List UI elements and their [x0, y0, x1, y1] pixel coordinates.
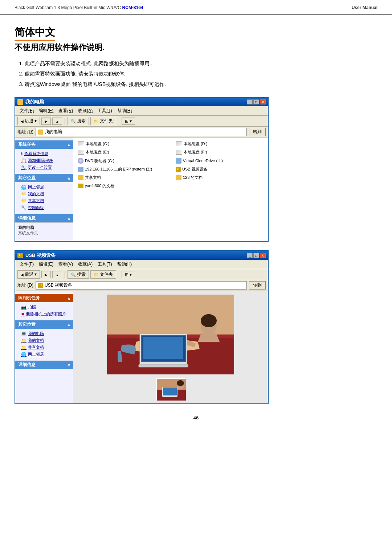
virtual-drive-icon — [176, 158, 181, 164]
toolbar-sep-1 — [65, 118, 65, 124]
back-button-2[interactable]: 后退 ▾ — [17, 270, 40, 279]
detail-info-title-2[interactable]: 详细信息 — [15, 361, 73, 369]
view-button-2[interactable]: ▾ — [122, 271, 135, 278]
menu-view-2[interactable]: 查看(V) — [56, 260, 75, 268]
network-icon-1: 🌐 — [21, 185, 26, 190]
maximize-button-2[interactable]: □ — [253, 253, 259, 258]
menu-favorites-2[interactable]: 收藏(A) — [76, 260, 95, 268]
svg-rect-9 — [143, 337, 183, 359]
menubar-1: 文件(F) 编辑(E) 查看(V) 收藏(A) 工具(T) 帮助(H) — [15, 106, 268, 116]
close-button-1[interactable]: × — [260, 99, 266, 104]
drive-e[interactable]: 本地磁盘 (E:) — [76, 149, 167, 156]
sidebar-shared-docs-2[interactable]: 📁 共享文档 — [15, 344, 73, 351]
yanfa300-docs[interactable]: yanfa300 的文档 — [76, 182, 167, 189]
up-button-1[interactable] — [52, 118, 62, 125]
system-tasks-chevron — [68, 142, 70, 147]
sidebar-2: 照相机任务 📷 拍照 ✖ 删除相机上的所有照片 其它位置 💻 — [15, 291, 73, 403]
sidebar-take-photo[interactable]: 📷 拍照 — [15, 304, 73, 311]
system-tasks-title[interactable]: 系统任务 — [15, 140, 73, 149]
maximize-button-1[interactable]: □ — [253, 99, 259, 104]
menu-help-1[interactable]: 帮助(H) — [115, 107, 134, 115]
drive-z[interactable]: 192.168.11.166 上的 ERP system (Z:) — [76, 166, 167, 173]
shared-docs[interactable]: 共享文档 — [76, 174, 167, 181]
drive-h[interactable]: Virtual CloneDrive (H:) — [174, 157, 265, 164]
back-arrow-icon — [21, 119, 24, 124]
search-button-2[interactable]: 搜索 — [68, 270, 89, 279]
menu-tools-2[interactable]: 工具(T) — [95, 260, 114, 268]
menu-help-2[interactable]: 帮助(H) — [115, 260, 134, 268]
minimize-button-1[interactable]: _ — [247, 99, 253, 104]
address-box-1[interactable]: 我的电脑 — [36, 128, 247, 136]
folder-icon-1 — [94, 119, 99, 124]
other-places-title[interactable]: 其它位置 — [15, 174, 73, 182]
sidebar-my-documents[interactable]: 📁 我的文档 — [15, 190, 73, 197]
toolbar-sep-2 — [119, 118, 119, 124]
sidebar-my-docs-2[interactable]: 📁 我的文档 — [15, 337, 73, 344]
drive-d[interactable]: 本地磁盘 (D:) — [174, 140, 265, 147]
network-drive-icon — [78, 167, 83, 172]
folders-button-1[interactable]: 文件夹 — [90, 117, 116, 125]
sidebar-network-2[interactable]: 🌐 网上邻居 — [15, 351, 73, 358]
address-box-2[interactable]: U USB 视频设备 — [36, 281, 247, 290]
search-icon-2 — [71, 272, 76, 277]
page-header: Black Golf Webcam 1.3 Mega Pixel Built-i… — [0, 0, 392, 15]
photo-thumbnail[interactable] — [156, 378, 185, 400]
go-button-1[interactable]: 转到 — [249, 128, 266, 136]
sidebar-my-computer-2[interactable]: 💻 我的电脑 — [15, 330, 73, 337]
user-123-docs[interactable]: 123 的文档 — [174, 174, 265, 181]
up-arrow-icon — [56, 119, 59, 124]
sidebar-change-setting[interactable]: 🔧 更改一个设置 — [15, 164, 73, 171]
go-button-2[interactable]: 转到 — [249, 281, 266, 290]
sidebar-network-places[interactable]: 🌐 网上邻居 — [15, 184, 73, 190]
thumbnail-preview — [157, 379, 186, 401]
drive-g[interactable]: DVD 驱动器 (G:) — [76, 157, 167, 164]
search-button-1[interactable]: 搜索 — [68, 117, 89, 125]
back-button-1[interactable]: 后退 ▾ — [17, 117, 40, 125]
toolbar-2: 后退 ▾ 搜索 文件夹 ▾ — [15, 269, 268, 280]
view-button-1[interactable]: ▾ — [122, 118, 135, 125]
close-button-2[interactable]: × — [260, 253, 266, 258]
header-manual-label: User Manual — [352, 5, 377, 10]
drive-f[interactable]: 本地磁盘 (F:) — [174, 149, 265, 156]
menu-favorites-1[interactable]: 收藏(A) — [76, 107, 95, 115]
menu-tools-1[interactable]: 工具(T) — [95, 107, 114, 115]
window-controls-2[interactable]: _ □ × — [247, 253, 266, 258]
menu-file-1[interactable]: 文件(F) — [17, 107, 36, 115]
page-number: 46 — [15, 415, 377, 420]
menu-edit-2[interactable]: 编辑(E) — [37, 260, 56, 268]
user-folder-icon-2 — [78, 184, 83, 188]
up-button-2[interactable] — [52, 271, 62, 278]
sidebar-shared-documents[interactable]: 📁 共享文档 — [15, 197, 73, 204]
toolbar-1: 后退 ▾ 搜索 文件夹 ▾ — [15, 116, 268, 127]
detail-chevron-1 — [68, 216, 70, 221]
detail-chevron-2 — [68, 362, 70, 368]
folder-icon-3: 📁 — [21, 198, 26, 204]
addressbar-1: 地址 (D) 我的电脑 转到 — [15, 127, 268, 138]
address-label-1: 地址 (D) — [17, 129, 33, 135]
sidebar-spacer-4 — [15, 358, 73, 361]
sidebar-view-system-info[interactable]: ℹ 查看系统信息 — [15, 150, 73, 157]
camera-tasks-title[interactable]: 照相机任务 — [15, 294, 73, 302]
usb-device[interactable]: U USB 视频设备 — [174, 166, 265, 173]
window1-main-pane: 本地磁盘 (C:) 本地磁盘 (D:) 本地磁盘 (E:) 本地磁盘 (F:) — [73, 138, 268, 241]
forward-button-1[interactable] — [41, 118, 51, 125]
detail-info-title-1[interactable]: 详细信息 — [15, 214, 73, 222]
minimize-button-2[interactable]: _ — [247, 253, 253, 258]
forward-button-2[interactable] — [41, 271, 51, 278]
menu-view-1[interactable]: 查看(V) — [56, 107, 75, 115]
sidebar-delete-all-photos[interactable]: ✖ 删除相机上的所有照片 — [15, 311, 73, 317]
drive-c[interactable]: 本地磁盘 (C:) — [76, 140, 167, 147]
menu-file-2[interactable]: 文件(F) — [17, 260, 36, 268]
other-places-title-2[interactable]: 其它位置 — [15, 320, 73, 329]
sidebar-add-remove-programs[interactable]: 📋 添加/删除程序 — [15, 157, 73, 164]
shared-folder-icon — [78, 175, 83, 180]
addressbar-2: 地址 (D) U USB 视频设备 转到 — [15, 280, 268, 291]
menu-edit-1[interactable]: 编辑(E) — [37, 107, 56, 115]
control-panel-icon: 🔧 — [21, 205, 26, 210]
dvd-icon — [78, 158, 83, 164]
folders-button-2[interactable]: 文件夹 — [90, 270, 116, 279]
address-label-2: 地址 (D) — [17, 282, 33, 288]
address-folder-icon-1 — [38, 130, 43, 135]
sidebar-control-panel[interactable]: 🔧 控制面板 — [15, 204, 73, 211]
window-controls-1[interactable]: _ □ × — [247, 99, 266, 104]
